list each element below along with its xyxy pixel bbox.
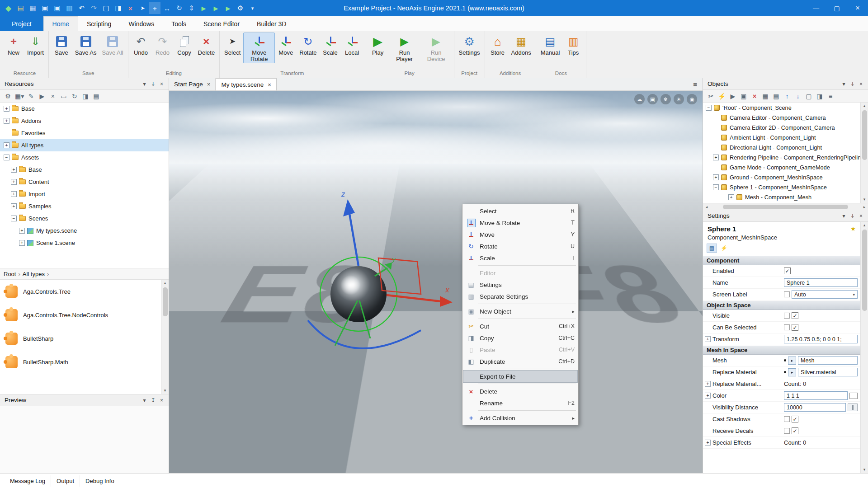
blank-icon[interactable]: ▢ bbox=[805, 93, 812, 100]
tree-item-import[interactable]: +Import bbox=[0, 188, 169, 200]
duplicate-icon[interactable]: ◨ bbox=[816, 93, 823, 100]
rotate-tool-icon[interactable]: ↻ bbox=[174, 2, 185, 14]
link-icon[interactable]: ⚡ bbox=[718, 93, 726, 100]
expander-icon[interactable]: + bbox=[11, 167, 17, 173]
panel-menu-icon[interactable]: ▾ bbox=[840, 81, 848, 87]
expander-icon[interactable]: + bbox=[705, 336, 711, 342]
rotate-tool-button[interactable]: ↻ Rotate bbox=[297, 33, 319, 57]
scene-viewport[interactable]: C8D8E8F8C7D7E7F7G7B6C6D6E6F6G6H6B5G5H5B4… bbox=[169, 91, 703, 473]
rename-icon[interactable]: ▭ bbox=[60, 93, 67, 100]
transform-gizmo[interactable]: z y x bbox=[282, 187, 462, 381]
default-marker[interactable] bbox=[784, 416, 790, 422]
default-marker[interactable] bbox=[784, 291, 790, 297]
mesh-field[interactable]: Mesh bbox=[798, 356, 858, 365]
run-device-button[interactable]: ▶ Run Device bbox=[420, 33, 452, 63]
menu-item-cut[interactable]: ✂ Cut Ctrl+X bbox=[463, 320, 577, 332]
scroll-down-icon[interactable]: ▾ bbox=[861, 466, 868, 473]
horizontal-scrollbar[interactable]: ◂ ▸ bbox=[703, 203, 868, 210]
section-object-in-space[interactable]: Object In Space bbox=[703, 300, 860, 310]
close-panel-icon[interactable]: × bbox=[157, 397, 166, 404]
scroll-up-icon[interactable]: ▴ bbox=[861, 222, 868, 229]
tree-item-favorites[interactable]: Favorites bbox=[0, 127, 169, 139]
tab-message-log[interactable]: Message Log bbox=[5, 475, 51, 487]
edit-icon[interactable]: ✎ bbox=[27, 93, 35, 100]
tab-start-page[interactable]: Start Page × bbox=[169, 78, 216, 90]
open-icon[interactable]: ▶ bbox=[38, 93, 46, 100]
default-marker[interactable] bbox=[784, 324, 790, 330]
section-mesh-in-space[interactable]: Mesh In Space bbox=[703, 345, 860, 355]
tree-item-scenes[interactable]: −Scenes bbox=[0, 212, 169, 225]
ribbon-tab-home[interactable]: Home bbox=[43, 16, 78, 31]
object-item-ground[interactable]: +Ground - Component_MeshInSpace bbox=[703, 172, 860, 182]
vertical-scrollbar[interactable]: ▴ ▾ bbox=[860, 222, 868, 473]
color-field[interactable]: 1 1 1 bbox=[784, 391, 848, 400]
cast-shadows-checkbox[interactable]: ✓ bbox=[792, 416, 798, 422]
maximize-button[interactable]: ▢ bbox=[826, 0, 847, 16]
scale-tool-button[interactable]: Scale bbox=[320, 33, 341, 57]
minimize-button[interactable]: — bbox=[806, 0, 826, 16]
menu-item-copy[interactable]: ◨ Copy Ctrl+C bbox=[463, 332, 577, 344]
move-down-icon[interactable]: ↓ bbox=[794, 93, 802, 100]
expander-icon[interactable]: + bbox=[19, 240, 25, 246]
replace-material-field[interactable]: Silver.material bbox=[798, 368, 858, 376]
can-be-selected-checkbox[interactable]: ✓ bbox=[792, 324, 798, 331]
object-item-game-mode[interactable]: Game Mode - Component_GameMode bbox=[703, 162, 860, 172]
camera-icon[interactable]: ◉ bbox=[687, 94, 697, 104]
menu-item-settings[interactable]: ▤ Settings bbox=[463, 279, 577, 291]
tree-item-assets[interactable]: −Assets bbox=[0, 151, 169, 164]
rotate-arc-z[interactable] bbox=[308, 320, 421, 348]
tree-item-assets-base[interactable]: +Base bbox=[0, 164, 169, 176]
tree-item-scene-1[interactable]: +Scene 1.scene bbox=[0, 237, 169, 249]
delete-icon[interactable]: × bbox=[750, 93, 758, 100]
list-item[interactable]: Aga.Controls.Tree bbox=[0, 280, 161, 303]
menu-item-move[interactable]: Move Y bbox=[463, 229, 577, 240]
object-item-root[interactable]: −'Root' - Component_Scene bbox=[703, 103, 860, 113]
expander-icon[interactable]: − bbox=[713, 184, 719, 190]
screen-label-dropdown[interactable]: Auto▾ bbox=[792, 290, 858, 299]
scrollbar-thumb[interactable] bbox=[862, 110, 867, 160]
vertical-scrollbar[interactable]: ▴ ▾ bbox=[860, 103, 868, 203]
ribbon-tab-tools[interactable]: Tools bbox=[163, 16, 195, 31]
tab-list-icon[interactable]: ≡ bbox=[688, 78, 703, 90]
open-icon[interactable]: ▶ bbox=[729, 93, 736, 100]
close-tab-icon[interactable]: × bbox=[207, 81, 211, 88]
scroll-up-icon[interactable]: ▴ bbox=[861, 103, 868, 109]
delete-icon[interactable]: × bbox=[125, 2, 136, 14]
redo-button[interactable]: ↷ Redo bbox=[152, 33, 174, 57]
object-item-camera-editor-2d[interactable]: Camera Editor 2D - Component_Camera bbox=[703, 122, 860, 132]
delete-icon[interactable]: × bbox=[49, 93, 57, 100]
undo-button[interactable]: ↶ Undo bbox=[130, 33, 152, 57]
clouds-toggle-icon[interactable]: ☁ bbox=[634, 94, 645, 104]
local-tool-button[interactable]: Local bbox=[341, 33, 363, 57]
expander-icon[interactable]: + bbox=[11, 179, 17, 185]
effects-icon[interactable]: ❄ bbox=[660, 94, 671, 104]
menu-item-scale[interactable]: Scale I bbox=[463, 252, 577, 264]
value-slider[interactable] bbox=[848, 404, 858, 411]
breadcrumb-all-types[interactable]: All types bbox=[23, 271, 45, 277]
tree-item-my-types-scene[interactable]: +My types.scene bbox=[0, 225, 169, 237]
copy-icon[interactable]: ◨ bbox=[81, 93, 89, 100]
move-tool-icon[interactable]: ↔ bbox=[161, 2, 173, 14]
expander-icon[interactable]: + bbox=[4, 142, 9, 148]
play-icon[interactable]: ▶ bbox=[198, 2, 209, 14]
store-button[interactable]: ⌂ Store bbox=[487, 33, 509, 57]
menu-item-rename[interactable]: Rename F2 bbox=[463, 397, 577, 409]
copy-button[interactable]: Copy bbox=[174, 33, 195, 57]
scroll-left-icon[interactable]: ◂ bbox=[703, 205, 710, 209]
menu-project-button[interactable]: Project bbox=[0, 16, 43, 31]
move-tool-button[interactable]: Move bbox=[275, 33, 297, 57]
expander-icon[interactable]: + bbox=[728, 194, 734, 200]
pin-icon[interactable]: ↧ bbox=[149, 397, 157, 404]
select-tool-button[interactable]: ➤ Select bbox=[222, 33, 243, 57]
close-panel-icon[interactable]: × bbox=[857, 81, 865, 87]
save-as-button[interactable]: Save As bbox=[72, 33, 99, 57]
view-mode-dropdown-icon[interactable]: ▦▾ bbox=[15, 93, 24, 100]
scale-tool-icon[interactable]: ⇕ bbox=[186, 2, 197, 14]
options-icon[interactable]: ≡ bbox=[826, 93, 834, 100]
menu-item-editor[interactable]: Editor bbox=[463, 267, 577, 279]
ribbon-tab-windows[interactable]: Windows bbox=[120, 16, 163, 31]
expander-icon[interactable]: + bbox=[713, 155, 719, 160]
object-item-camera-editor[interactable]: Camera Editor - Component_Camera bbox=[703, 113, 860, 122]
import-button[interactable]: ⇓ Import bbox=[24, 33, 47, 57]
new-document-icon[interactable]: ▢ bbox=[100, 2, 112, 14]
